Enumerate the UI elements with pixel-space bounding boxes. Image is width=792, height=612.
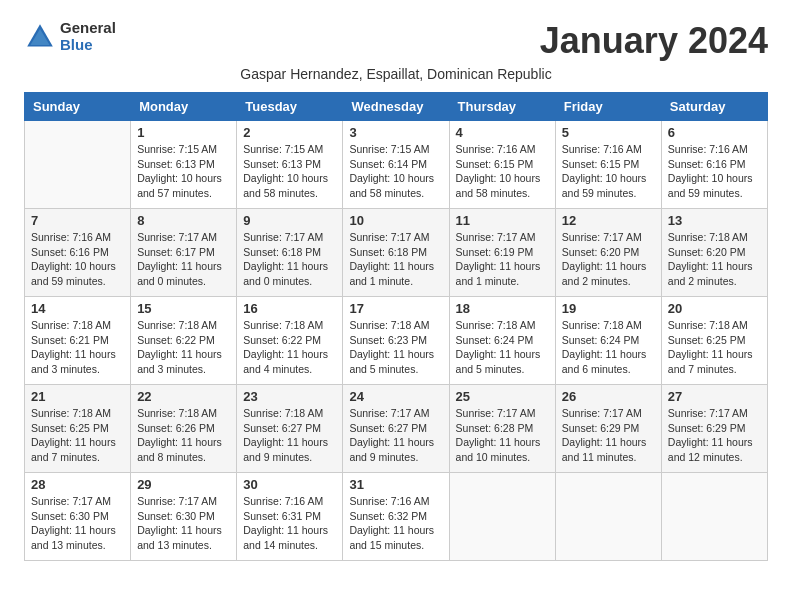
day-number: 19 <box>562 301 655 316</box>
cell-w5-d4: 31Sunrise: 7:16 AM Sunset: 6:32 PM Dayli… <box>343 473 449 561</box>
day-number: 27 <box>668 389 761 404</box>
day-info: Sunrise: 7:18 AM Sunset: 6:25 PM Dayligh… <box>668 318 761 377</box>
day-info: Sunrise: 7:18 AM Sunset: 6:22 PM Dayligh… <box>137 318 230 377</box>
day-number: 24 <box>349 389 442 404</box>
day-info: Sunrise: 7:18 AM Sunset: 6:20 PM Dayligh… <box>668 230 761 289</box>
day-number: 29 <box>137 477 230 492</box>
day-number: 6 <box>668 125 761 140</box>
header-tuesday: Tuesday <box>237 93 343 121</box>
day-info: Sunrise: 7:18 AM Sunset: 6:24 PM Dayligh… <box>562 318 655 377</box>
subtitle: Gaspar Hernandez, Espaillat, Dominican R… <box>24 66 768 82</box>
cell-w2-d3: 9Sunrise: 7:17 AM Sunset: 6:18 PM Daylig… <box>237 209 343 297</box>
header-monday: Monday <box>131 93 237 121</box>
header-row: Sunday Monday Tuesday Wednesday Thursday… <box>25 93 768 121</box>
day-info: Sunrise: 7:17 AM Sunset: 6:30 PM Dayligh… <box>137 494 230 553</box>
day-info: Sunrise: 7:17 AM Sunset: 6:29 PM Dayligh… <box>668 406 761 465</box>
cell-w4-d1: 21Sunrise: 7:18 AM Sunset: 6:25 PM Dayli… <box>25 385 131 473</box>
day-number: 12 <box>562 213 655 228</box>
day-number: 4 <box>456 125 549 140</box>
cell-w5-d6 <box>555 473 661 561</box>
month-title: January 2024 <box>540 20 768 62</box>
day-info: Sunrise: 7:18 AM Sunset: 6:23 PM Dayligh… <box>349 318 442 377</box>
cell-w1-d2: 1Sunrise: 7:15 AM Sunset: 6:13 PM Daylig… <box>131 121 237 209</box>
cell-w2-d1: 7Sunrise: 7:16 AM Sunset: 6:16 PM Daylig… <box>25 209 131 297</box>
header-wednesday: Wednesday <box>343 93 449 121</box>
cell-w2-d5: 11Sunrise: 7:17 AM Sunset: 6:19 PM Dayli… <box>449 209 555 297</box>
day-info: Sunrise: 7:17 AM Sunset: 6:19 PM Dayligh… <box>456 230 549 289</box>
day-number: 26 <box>562 389 655 404</box>
cell-w3-d5: 18Sunrise: 7:18 AM Sunset: 6:24 PM Dayli… <box>449 297 555 385</box>
day-info: Sunrise: 7:18 AM Sunset: 6:21 PM Dayligh… <box>31 318 124 377</box>
day-number: 5 <box>562 125 655 140</box>
cell-w1-d6: 5Sunrise: 7:16 AM Sunset: 6:15 PM Daylig… <box>555 121 661 209</box>
day-number: 11 <box>456 213 549 228</box>
day-info: Sunrise: 7:18 AM Sunset: 6:27 PM Dayligh… <box>243 406 336 465</box>
cell-w4-d2: 22Sunrise: 7:18 AM Sunset: 6:26 PM Dayli… <box>131 385 237 473</box>
day-info: Sunrise: 7:16 AM Sunset: 6:16 PM Dayligh… <box>31 230 124 289</box>
cell-w4-d4: 24Sunrise: 7:17 AM Sunset: 6:27 PM Dayli… <box>343 385 449 473</box>
cell-w1-d1 <box>25 121 131 209</box>
day-info: Sunrise: 7:16 AM Sunset: 6:31 PM Dayligh… <box>243 494 336 553</box>
day-number: 16 <box>243 301 336 316</box>
cell-w4-d5: 25Sunrise: 7:17 AM Sunset: 6:28 PM Dayli… <box>449 385 555 473</box>
header-friday: Friday <box>555 93 661 121</box>
day-number: 31 <box>349 477 442 492</box>
cell-w1-d3: 2Sunrise: 7:15 AM Sunset: 6:13 PM Daylig… <box>237 121 343 209</box>
cell-w5-d7 <box>661 473 767 561</box>
day-number: 13 <box>668 213 761 228</box>
day-info: Sunrise: 7:18 AM Sunset: 6:26 PM Dayligh… <box>137 406 230 465</box>
logo: General Blue <box>24 20 116 53</box>
header-sunday: Sunday <box>25 93 131 121</box>
cell-w3-d4: 17Sunrise: 7:18 AM Sunset: 6:23 PM Dayli… <box>343 297 449 385</box>
day-number: 21 <box>31 389 124 404</box>
cell-w3-d2: 15Sunrise: 7:18 AM Sunset: 6:22 PM Dayli… <box>131 297 237 385</box>
day-info: Sunrise: 7:15 AM Sunset: 6:13 PM Dayligh… <box>243 142 336 201</box>
day-number: 3 <box>349 125 442 140</box>
day-number: 15 <box>137 301 230 316</box>
day-number: 22 <box>137 389 230 404</box>
day-info: Sunrise: 7:16 AM Sunset: 6:32 PM Dayligh… <box>349 494 442 553</box>
cell-w2-d7: 13Sunrise: 7:18 AM Sunset: 6:20 PM Dayli… <box>661 209 767 297</box>
logo-text: General Blue <box>60 20 116 53</box>
day-info: Sunrise: 7:17 AM Sunset: 6:17 PM Dayligh… <box>137 230 230 289</box>
week-row-2: 7Sunrise: 7:16 AM Sunset: 6:16 PM Daylig… <box>25 209 768 297</box>
day-number: 9 <box>243 213 336 228</box>
day-number: 14 <box>31 301 124 316</box>
calendar-table: Sunday Monday Tuesday Wednesday Thursday… <box>24 92 768 561</box>
day-number: 8 <box>137 213 230 228</box>
day-info: Sunrise: 7:17 AM Sunset: 6:27 PM Dayligh… <box>349 406 442 465</box>
cell-w3-d6: 19Sunrise: 7:18 AM Sunset: 6:24 PM Dayli… <box>555 297 661 385</box>
day-info: Sunrise: 7:16 AM Sunset: 6:15 PM Dayligh… <box>562 142 655 201</box>
day-number: 1 <box>137 125 230 140</box>
logo-blue: Blue <box>60 37 116 54</box>
logo-general: General <box>60 20 116 37</box>
week-row-1: 1Sunrise: 7:15 AM Sunset: 6:13 PM Daylig… <box>25 121 768 209</box>
cell-w3-d1: 14Sunrise: 7:18 AM Sunset: 6:21 PM Dayli… <box>25 297 131 385</box>
day-info: Sunrise: 7:17 AM Sunset: 6:18 PM Dayligh… <box>349 230 442 289</box>
week-row-4: 21Sunrise: 7:18 AM Sunset: 6:25 PM Dayli… <box>25 385 768 473</box>
cell-w2-d4: 10Sunrise: 7:17 AM Sunset: 6:18 PM Dayli… <box>343 209 449 297</box>
day-info: Sunrise: 7:16 AM Sunset: 6:15 PM Dayligh… <box>456 142 549 201</box>
day-number: 23 <box>243 389 336 404</box>
cell-w4-d7: 27Sunrise: 7:17 AM Sunset: 6:29 PM Dayli… <box>661 385 767 473</box>
cell-w4-d3: 23Sunrise: 7:18 AM Sunset: 6:27 PM Dayli… <box>237 385 343 473</box>
day-info: Sunrise: 7:18 AM Sunset: 6:22 PM Dayligh… <box>243 318 336 377</box>
day-number: 7 <box>31 213 124 228</box>
cell-w1-d5: 4Sunrise: 7:16 AM Sunset: 6:15 PM Daylig… <box>449 121 555 209</box>
day-info: Sunrise: 7:17 AM Sunset: 6:28 PM Dayligh… <box>456 406 549 465</box>
cell-w1-d4: 3Sunrise: 7:15 AM Sunset: 6:14 PM Daylig… <box>343 121 449 209</box>
logo-icon <box>24 21 56 53</box>
cell-w3-d7: 20Sunrise: 7:18 AM Sunset: 6:25 PM Dayli… <box>661 297 767 385</box>
day-info: Sunrise: 7:18 AM Sunset: 6:24 PM Dayligh… <box>456 318 549 377</box>
cell-w1-d7: 6Sunrise: 7:16 AM Sunset: 6:16 PM Daylig… <box>661 121 767 209</box>
cell-w5-d3: 30Sunrise: 7:16 AM Sunset: 6:31 PM Dayli… <box>237 473 343 561</box>
cell-w3-d3: 16Sunrise: 7:18 AM Sunset: 6:22 PM Dayli… <box>237 297 343 385</box>
day-info: Sunrise: 7:17 AM Sunset: 6:18 PM Dayligh… <box>243 230 336 289</box>
header-thursday: Thursday <box>449 93 555 121</box>
day-number: 25 <box>456 389 549 404</box>
day-info: Sunrise: 7:17 AM Sunset: 6:20 PM Dayligh… <box>562 230 655 289</box>
week-row-3: 14Sunrise: 7:18 AM Sunset: 6:21 PM Dayli… <box>25 297 768 385</box>
day-info: Sunrise: 7:17 AM Sunset: 6:30 PM Dayligh… <box>31 494 124 553</box>
day-number: 20 <box>668 301 761 316</box>
day-number: 2 <box>243 125 336 140</box>
